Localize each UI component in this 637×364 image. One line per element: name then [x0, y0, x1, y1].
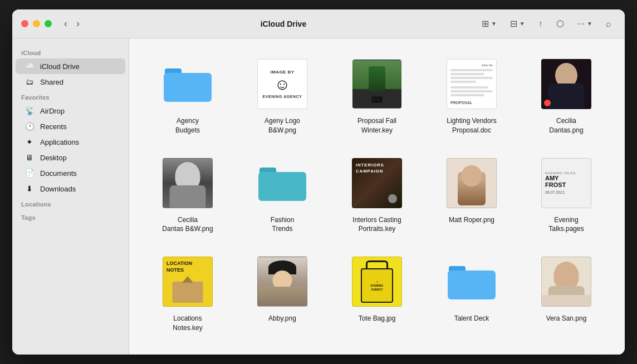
file-label-proposal-fall: Proposal FallWinter.key — [357, 116, 396, 135]
pf-bottom: ⌨ — [353, 91, 401, 108]
pf-key-icon: ⌨ — [371, 95, 383, 104]
svg-rect-1 — [164, 73, 212, 102]
file-item-lighting-vendors[interactable]: ■■■ ■■ PROPOSAL — [429, 52, 514, 140]
file-thumb-talent-deck — [441, 254, 502, 309]
file-item-agency-logo[interactable]: IMAGE BY ☺ EVENING AGENCY Ageny LogoB&W.… — [239, 52, 325, 140]
tag-icon: ⬡ — [556, 18, 564, 29]
file-label-cecilia-dantas: CeciliaDantas.png — [549, 116, 583, 135]
file-thumb-agency-logo: IMAGE BY ☺ EVENING AGENCY — [252, 56, 313, 112]
svg-rect-3 — [258, 172, 306, 201]
maximize-button[interactable] — [45, 20, 52, 27]
file-thumb-agency-budgets — [157, 56, 218, 112]
sidebar-item-shared[interactable]: 🗂 Shared — [16, 74, 125, 90]
file-label-agency-logo: Ageny LogoB&W.png — [264, 116, 300, 135]
file-item-talent-deck[interactable]: Talent Deck — [429, 249, 514, 337]
more-button[interactable]: ··· ▼ — [573, 17, 597, 31]
icloud-drive-icon: ☁️ — [24, 61, 35, 71]
file-label-tote-bag: Tote Bag.jpg — [359, 314, 396, 323]
desktop-label: Desktop — [40, 154, 67, 162]
file-item-fashion-trends[interactable]: FashionTrends — [239, 151, 325, 239]
interiors-preview: INTERIORSCAMPAIGN — [352, 158, 402, 208]
airdrop-label: AirDrop — [40, 107, 65, 115]
matt-preview — [447, 158, 497, 208]
file-item-cecilia-dantas[interactable]: CeciliaDantas.png — [523, 52, 609, 140]
minimize-button[interactable] — [33, 20, 40, 27]
location-preview: LOCATIONNOTES — [163, 257, 213, 307]
file-item-locations-notes[interactable]: LOCATIONNOTES LocationsNotes.key — [145, 249, 231, 337]
sidebar: iCloud ☁️ iCloud Drive 🗂 Shared Favorite… — [12, 38, 129, 355]
applications-icon: ✦ — [24, 137, 35, 147]
icloud-section-label: iCloud — [12, 45, 129, 58]
tags-section-label: Tags — [12, 210, 129, 223]
file-label-locations-notes: LocationsNotes.key — [173, 314, 202, 333]
sidebar-item-desktop[interactable]: 🖥 Desktop — [16, 150, 125, 165]
view-group-button[interactable]: ⊟ ▼ — [506, 16, 530, 31]
folder-icon-fashion-trends — [257, 161, 307, 205]
share-button[interactable]: ↑ — [534, 17, 547, 31]
bw-portrait-preview — [163, 158, 213, 208]
file-item-evening-talks[interactable]: EVENING TALKS AMYFROST 06.07.2021 Evenin… — [523, 151, 609, 239]
tote-preview: ☺EVENINGAGENCY — [352, 257, 402, 307]
desktop-icon: 🖥 — [24, 153, 35, 163]
file-content: AgencyBudgets IMAGE BY ☺ EVENING AGENCY — [129, 38, 625, 355]
cecilia-preview — [541, 59, 591, 109]
view-grid-button[interactable]: ⊞ ▼ — [477, 16, 501, 31]
evening-preview: EVENING TALKS AMYFROST 06.07.2021 — [541, 158, 591, 208]
file-label-agency-budgets: AgencyBudgets — [175, 116, 200, 135]
file-thumb-cecilia-bw — [157, 155, 218, 211]
shared-icon: 🗂 — [24, 77, 35, 87]
file-label-matt-roper: Matt Roper.png — [449, 215, 494, 225]
search-icon: ⌕ — [606, 19, 611, 29]
file-item-cecilia-bw[interactable]: CeciliaDantas B&W.png — [145, 151, 231, 239]
back-button[interactable]: ‹ — [61, 16, 71, 32]
sidebar-item-airdrop[interactable]: 📡 AirDrop — [16, 103, 125, 119]
sidebar-item-applications[interactable]: ✦ Applications — [16, 134, 125, 150]
file-label-fashion-trends: FashionTrends — [271, 215, 295, 234]
file-thumb-cecilia-dantas — [536, 56, 597, 112]
forward-button[interactable]: › — [73, 16, 83, 32]
downloads-label: Downloads — [40, 185, 76, 193]
search-button[interactable]: ⌕ — [601, 17, 616, 31]
locations-section-label: Locations — [12, 196, 129, 210]
sidebar-item-recents[interactable]: 🕐 Recents — [16, 119, 125, 134]
file-item-interiors-casting[interactable]: INTERIORSCAMPAIGN Interiors CastingPortr… — [334, 151, 420, 239]
toolbar-actions: ⊞ ▼ ⊟ ▼ ↑ ⬡ ··· ▼ ⌕ — [477, 16, 616, 31]
share-icon: ↑ — [538, 19, 543, 29]
sidebar-item-icloud-drive[interactable]: ☁️ iCloud Drive — [16, 58, 125, 74]
file-label-vera-san: Vera San.png — [546, 314, 587, 323]
svg-rect-5 — [448, 270, 496, 299]
window-title: iCloud Drive — [90, 19, 477, 28]
folder-icon-talent-deck — [447, 259, 497, 304]
file-item-proposal-fall[interactable]: ⌨ Proposal FallWinter.key — [334, 52, 420, 140]
evening-date: 06.07.2021 — [545, 190, 587, 194]
file-item-matt-roper[interactable]: Matt Roper.png — [429, 151, 514, 239]
file-thumb-abby — [252, 254, 313, 309]
file-label-cecilia-bw: CeciliaDantas B&W.png — [162, 215, 213, 234]
file-label-talent-deck: Talent Deck — [454, 314, 489, 323]
file-item-vera-san[interactable]: Vera San.png — [523, 249, 609, 337]
file-item-abby[interactable]: Abby.png — [239, 249, 325, 337]
documents-label: Documents — [40, 169, 77, 178]
proposal-fall-preview: ⌨ — [352, 60, 401, 109]
abby-preview — [257, 257, 307, 307]
close-button[interactable] — [21, 20, 28, 27]
vera-preview — [541, 257, 591, 307]
cecilia-body — [548, 83, 585, 109]
recents-icon: 🕐 — [24, 121, 35, 131]
file-item-tote-bag[interactable]: ☺EVENINGAGENCY Tote Bag.jpg — [334, 249, 420, 337]
file-thumb-interiors-casting: INTERIORSCAMPAIGN — [346, 155, 408, 211]
file-thumb-proposal-fall: ⌨ — [346, 56, 408, 112]
nav-buttons: ‹ › — [61, 16, 83, 32]
view-caret: ▼ — [491, 21, 497, 27]
more-icon: ··· — [577, 19, 585, 29]
tag-button[interactable]: ⬡ — [552, 16, 569, 31]
sidebar-item-downloads[interactable]: ⬇ Downloads — [16, 181, 125, 196]
sidebar-item-documents[interactable]: 📄 Documents — [16, 165, 125, 181]
file-thumb-locations-notes: LOCATIONNOTES — [157, 254, 218, 309]
applications-label: Applications — [40, 138, 79, 146]
more-caret: ▼ — [587, 21, 592, 27]
grid-icon: ⊞ — [482, 18, 489, 29]
file-item-agency-budgets[interactable]: AgencyBudgets — [145, 52, 231, 140]
file-thumb-matt-roper — [441, 155, 502, 211]
file-thumb-lighting-vendors: ■■■ ■■ PROPOSAL — [441, 56, 502, 112]
